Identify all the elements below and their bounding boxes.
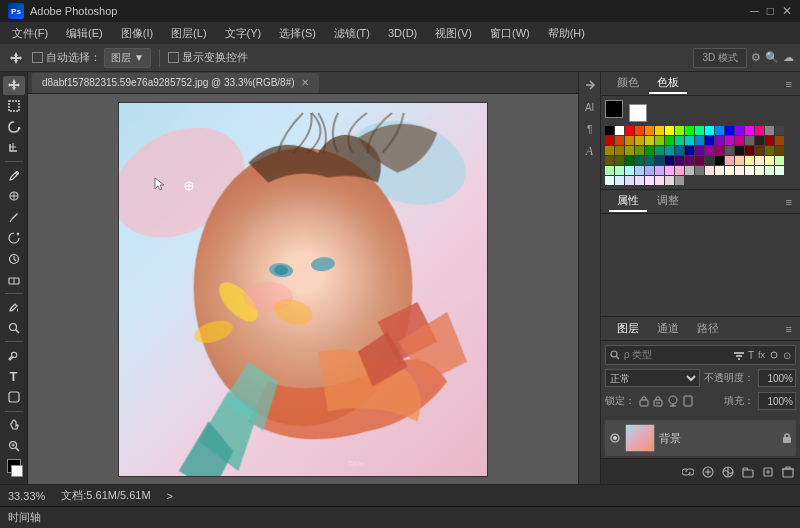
paths-tab[interactable]: 路径 [689,319,727,338]
swatch[interactable] [685,126,694,135]
menu-item-t[interactable]: 滤镜(T) [326,24,378,43]
swatch[interactable] [635,146,644,155]
swatch[interactable] [675,136,684,145]
swatch[interactable] [705,126,714,135]
menu-item-y[interactable]: 文字(Y) [217,24,270,43]
swatch[interactable] [775,126,784,135]
close-btn[interactable]: ✕ [782,4,792,18]
swatch[interactable] [615,126,624,135]
blend-mode-select[interactable]: 正常 [605,369,700,387]
swatch[interactable] [755,166,764,175]
active-tab[interactable]: d8abf157882315.59e76a9285752.jpg @ 33.3%… [32,73,319,93]
fx-filter-icon[interactable]: fx [758,350,765,360]
paint-bucket-tool[interactable] [3,298,25,317]
side-icon-3[interactable]: ¶ [581,120,599,138]
swatch[interactable] [665,136,674,145]
menu-item-dd[interactable]: 3D(D) [380,25,425,41]
swatch[interactable] [765,166,774,175]
swatch[interactable] [645,136,654,145]
menu-item-v[interactable]: 视图(V) [427,24,480,43]
swatch[interactable] [635,176,644,185]
swatch[interactable] [635,126,644,135]
tab-close[interactable]: ✕ [301,77,309,88]
swatch[interactable] [715,146,724,155]
swatch[interactable] [725,146,734,155]
swatch[interactable] [615,136,624,145]
opt-icon-1[interactable]: ⚙ [751,51,761,64]
minimize-btn[interactable]: ─ [750,4,759,18]
add-style-icon[interactable] [702,466,714,478]
swatch[interactable] [775,136,784,145]
opt-icon-3[interactable]: ☁ [783,51,794,64]
swatch[interactable] [755,156,764,165]
lock-position-icon[interactable] [667,395,679,407]
swatch[interactable] [655,136,664,145]
swatch[interactable] [655,166,664,175]
swatch[interactable] [765,136,774,145]
auto-select-checkbox[interactable] [32,52,43,63]
swatch[interactable] [765,146,774,155]
layer-search-bar[interactable]: ρ 类型 T fx ⊙ [605,345,796,365]
new-layer-icon[interactable] [762,466,774,478]
eyedropper-tool[interactable] [3,166,25,185]
swatch[interactable] [685,166,694,175]
lasso-tool[interactable] [3,118,25,137]
healing-tool[interactable] [3,187,25,206]
group-layer-icon[interactable] [742,466,754,478]
dodge-tool[interactable] [3,319,25,338]
menu-item-h[interactable]: 帮助(H) [540,24,593,43]
swatch[interactable] [655,146,664,155]
layers-menu-icon[interactable]: ≡ [786,323,792,335]
swatch[interactable] [755,136,764,145]
swatch[interactable] [735,146,744,155]
menu-item-f[interactable]: 文件(F) [4,24,56,43]
swatch[interactable] [735,126,744,135]
swatch[interactable] [705,166,714,175]
swatch[interactable] [625,156,634,165]
swatch[interactable] [615,166,624,175]
menu-item-l[interactable]: 图层(L) [163,24,214,43]
swatch[interactable] [685,156,694,165]
swatch[interactable] [645,146,654,155]
toggle-filter-icon[interactable]: ⊙ [783,350,791,361]
swatch[interactable] [645,126,654,135]
swatch[interactable] [745,156,754,165]
eraser-tool[interactable] [3,270,25,289]
side-icon-2[interactable]: Al [581,98,599,116]
filter-type-icon[interactable] [734,350,744,360]
move-tool[interactable] [3,76,25,95]
layer-visibility-icon[interactable] [609,432,621,444]
swatch[interactable] [735,136,744,145]
swatch[interactable] [625,176,634,185]
swatch[interactable] [645,176,654,185]
swatch[interactable] [645,156,654,165]
swatch[interactable] [675,156,684,165]
swatch[interactable] [725,166,734,175]
swatch[interactable] [695,126,704,135]
swatch[interactable] [675,126,684,135]
menu-item-e[interactable]: 编辑(E) [58,24,111,43]
T-filter-icon[interactable]: T [748,350,754,361]
swatch[interactable] [675,176,684,185]
swatch[interactable] [745,146,754,155]
swatch[interactable] [635,166,644,175]
swatch[interactable] [695,136,704,145]
foreground-swatch[interactable] [605,100,623,118]
delete-layer-icon[interactable] [782,466,794,478]
swatch[interactable] [625,126,634,135]
swatch[interactable] [715,166,724,175]
brush-tool[interactable] [3,208,25,227]
swatch[interactable] [745,136,754,145]
swatch[interactable] [675,146,684,155]
swatch[interactable] [655,156,664,165]
swatch[interactable] [685,146,694,155]
adjustments-tab[interactable]: 调整 [649,191,687,212]
swatch[interactable] [655,176,664,185]
lock-artboard-icon[interactable] [683,395,693,407]
pen-tool[interactable] [3,346,25,365]
swatch[interactable] [665,166,674,175]
color-tab[interactable]: 颜色 [609,73,647,94]
swatch[interactable] [775,146,784,155]
swatch[interactable] [735,156,744,165]
channels-tab[interactable]: 通道 [649,319,687,338]
